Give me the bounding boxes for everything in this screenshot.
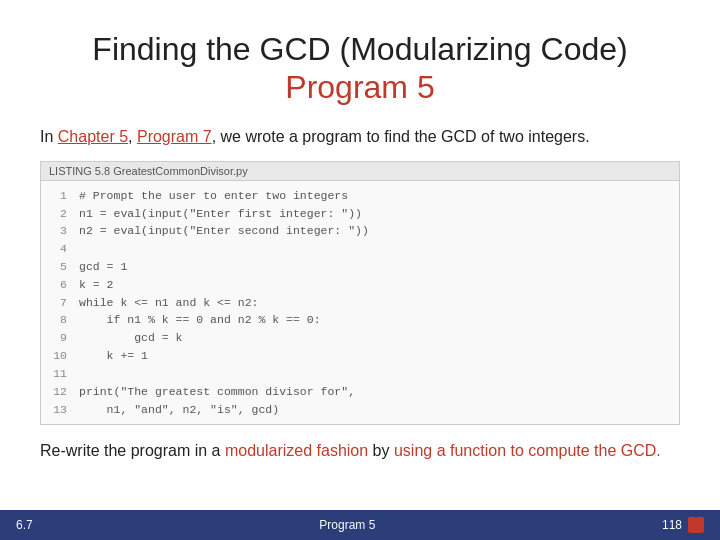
slide: Finding the GCD (Modularizing Code) Prog… [0, 0, 720, 540]
line-number: 9 [49, 329, 67, 347]
table-row: 13 n1, "and", n2, "is", gcd) [49, 401, 671, 419]
line-number: 4 [49, 240, 67, 258]
line-number: 3 [49, 222, 67, 240]
title-block: Finding the GCD (Modularizing Code) Prog… [40, 30, 680, 107]
code-line-text: k += 1 [79, 347, 148, 365]
table-row: 4 [49, 240, 671, 258]
footer-page: 118 [662, 518, 682, 532]
code-line-text: print("The greatest common divisor for", [79, 383, 355, 401]
table-row: 2n1 = eval(input("Enter first integer: "… [49, 205, 671, 223]
line-number: 8 [49, 311, 67, 329]
footer-left: 6.7 [16, 518, 33, 532]
intro-paragraph: In Chapter 5, Program 7, we wrote a prog… [40, 125, 680, 149]
line-number: 13 [49, 401, 67, 419]
title-line1: Finding the GCD (Modularizing Code) [40, 30, 680, 68]
table-row: 5gcd = 1 [49, 258, 671, 276]
title-line2: Program 5 [40, 68, 680, 106]
code-line-text: if n1 % k == 0 and n2 % k == 0: [79, 311, 321, 329]
chapter-link: Chapter 5 [58, 128, 128, 145]
table-row: 8 if n1 % k == 0 and n2 % k == 0: [49, 311, 671, 329]
code-line-text: gcd = 1 [79, 258, 127, 276]
line-number: 6 [49, 276, 67, 294]
line-number: 1 [49, 187, 67, 205]
code-line-text: n2 = eval(input("Enter second integer: "… [79, 222, 369, 240]
footer-right: 118 [662, 517, 704, 533]
table-row: 6k = 2 [49, 276, 671, 294]
table-row: 7while k <= n1 and k <= n2: [49, 294, 671, 312]
footer: 6.7 Program 5 118 [0, 510, 720, 540]
line-number: 10 [49, 347, 67, 365]
code-header: LISTING 5.8 GreatestCommonDivisor.py [41, 162, 679, 181]
intro-comma1: , [128, 128, 137, 145]
line-number: 11 [49, 365, 67, 383]
line-number: 2 [49, 205, 67, 223]
table-row: 9 gcd = k [49, 329, 671, 347]
line-number: 5 [49, 258, 67, 276]
footer-icon [688, 517, 704, 533]
intro-prefix: In [40, 128, 58, 145]
code-line-text: n1 = eval(input("Enter first integer: ")… [79, 205, 362, 223]
table-row: 10 k += 1 [49, 347, 671, 365]
code-line-text: while k <= n1 and k <= n2: [79, 294, 258, 312]
intro-suffix: , we wrote a program to find the GCD of … [212, 128, 590, 145]
outro-highlight: modularized fashion [225, 442, 368, 459]
code-line-text: n1, "and", n2, "is", gcd) [79, 401, 279, 419]
line-number: 7 [49, 294, 67, 312]
table-row: 3n2 = eval(input("Enter second integer: … [49, 222, 671, 240]
program-link: Program 7 [137, 128, 212, 145]
code-line-text: # Prompt the user to enter two integers [79, 187, 348, 205]
line-number: 12 [49, 383, 67, 401]
code-line-text: k = 2 [79, 276, 114, 294]
footer-center: Program 5 [319, 518, 375, 532]
table-row: 1# Prompt the user to enter two integers [49, 187, 671, 205]
code-block: LISTING 5.8 GreatestCommonDivisor.py 1# … [40, 161, 680, 426]
table-row: 11 [49, 365, 671, 383]
code-line-text: gcd = k [79, 329, 183, 347]
table-row: 12print("The greatest common divisor for… [49, 383, 671, 401]
outro-paragraph: Re-write the program in a modularized fa… [40, 439, 680, 464]
code-body: 1# Prompt the user to enter two integers… [41, 181, 679, 425]
outro-highlight2: using a function to compute the GCD. [394, 442, 661, 459]
